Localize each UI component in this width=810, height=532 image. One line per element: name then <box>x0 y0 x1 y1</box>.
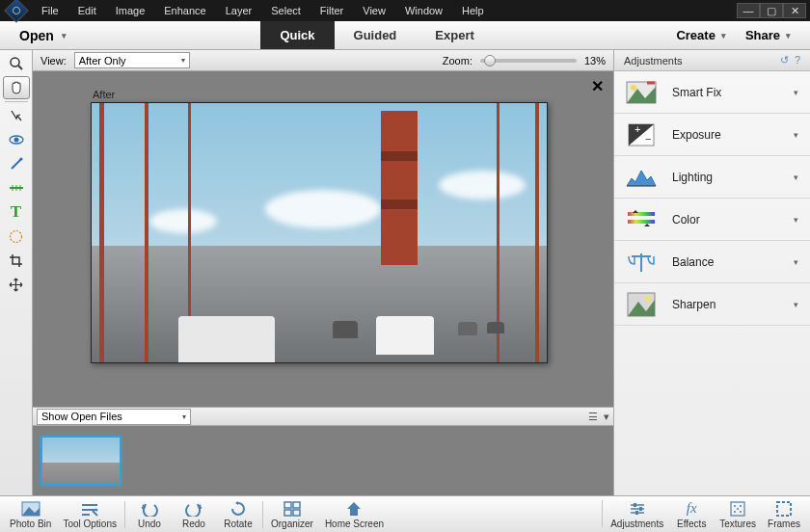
modebar: Open Quick Guided Expert Create Share <box>0 21 810 50</box>
bb-photobin[interactable]: Photo Bin <box>4 496 57 532</box>
svg-point-49 <box>737 508 739 510</box>
photobin-bar: Show Open Files ☰ ▾ <box>33 407 613 426</box>
bb-adjustments[interactable]: Adjustments <box>605 500 669 529</box>
photobin <box>33 426 613 495</box>
adjustments-panel: Adjustments ↺ ? Smart Fix +− Exposure Li… <box>613 50 810 495</box>
view-dropdown[interactable]: After Only <box>74 52 190 68</box>
svg-point-13 <box>631 85 636 91</box>
tool-column: T <box>0 50 33 495</box>
exposure-icon: +− <box>626 121 657 148</box>
svg-marker-34 <box>235 501 238 505</box>
bb-effects[interactable]: fxEffects <box>669 500 714 529</box>
menu-layer[interactable]: Layer <box>217 2 261 19</box>
svg-rect-43 <box>634 503 636 507</box>
photobin-options-icon[interactable]: ☰ <box>588 411 598 423</box>
move-tool[interactable] <box>3 273 30 296</box>
menu-enhance[interactable]: Enhance <box>155 2 214 19</box>
open-button[interactable]: Open <box>0 21 86 49</box>
bb-undo[interactable]: Undo <box>127 496 172 532</box>
svg-rect-38 <box>293 510 300 516</box>
menu-filter[interactable]: Filter <box>311 2 352 19</box>
svg-rect-45 <box>635 511 638 515</box>
zoom-tool[interactable] <box>3 52 30 75</box>
share-button[interactable]: Share <box>738 28 798 42</box>
adjustments-icon <box>629 500 646 518</box>
svg-rect-52 <box>777 502 791 516</box>
tab-expert[interactable]: Expert <box>416 21 493 49</box>
svg-rect-35 <box>284 502 291 508</box>
adj-balance[interactable]: Balance <box>614 241 810 283</box>
home-icon <box>345 500 363 518</box>
photobin-menu-icon[interactable]: ▾ <box>604 411 609 423</box>
hand-tool[interactable] <box>3 76 30 99</box>
straighten-tool[interactable] <box>3 176 30 200</box>
menu-edit[interactable]: Edit <box>69 2 105 19</box>
document-image[interactable] <box>91 102 548 363</box>
adj-sharpen[interactable]: Sharpen <box>614 283 810 326</box>
tab-guided[interactable]: Guided <box>335 21 417 49</box>
help-icon[interactable]: ? <box>795 54 800 66</box>
color-icon <box>626 206 657 233</box>
menu-view[interactable]: View <box>354 2 394 19</box>
window-controls: — ▢ ✕ <box>737 3 806 18</box>
svg-text:−: − <box>645 133 651 145</box>
menu-select[interactable]: Select <box>262 2 310 19</box>
menu-file[interactable]: File <box>33 2 68 19</box>
tab-quick[interactable]: Quick <box>260 21 334 49</box>
app-icon <box>4 0 28 23</box>
balance-icon <box>626 249 657 276</box>
bb-rotate[interactable]: Rotate <box>216 496 260 532</box>
titlebar: File Edit Image Enhance Layer Select Fil… <box>0 0 810 21</box>
effects-icon: fx <box>687 500 697 518</box>
whiten-teeth-tool[interactable] <box>3 152 30 175</box>
quick-select-tool[interactable] <box>3 104 30 127</box>
svg-point-50 <box>734 511 736 513</box>
create-button[interactable]: Create <box>668 28 733 42</box>
svg-marker-22 <box>633 210 638 213</box>
svg-point-48 <box>740 505 742 507</box>
zoom-slider[interactable] <box>480 59 577 63</box>
menu-window[interactable]: Window <box>396 2 451 19</box>
close-button[interactable]: ✕ <box>783 3 806 18</box>
bb-frames[interactable]: Frames <box>762 500 806 529</box>
maximize-button[interactable]: ▢ <box>760 3 783 18</box>
view-label: View: <box>40 55 67 66</box>
menubar: File Edit Image Enhance Layer Select Fil… <box>33 2 737 19</box>
svg-point-0 <box>11 58 19 66</box>
menu-image[interactable]: Image <box>107 2 154 19</box>
view-bar: View: After Only Zoom: 13% <box>33 50 613 71</box>
crop-tool[interactable] <box>3 249 30 272</box>
adj-color[interactable]: Color <box>614 199 810 241</box>
redeye-tool[interactable] <box>3 128 30 151</box>
svg-rect-44 <box>639 507 642 511</box>
adj-smartfix[interactable]: Smart Fix <box>614 71 810 114</box>
bb-redo[interactable]: Redo <box>172 496 216 532</box>
lighting-icon <box>626 164 657 191</box>
minimize-button[interactable]: — <box>737 3 760 18</box>
close-document-button[interactable]: ✕ <box>591 77 604 95</box>
bb-textures[interactable]: Textures <box>714 500 762 529</box>
reset-icon[interactable]: ↺ <box>780 54 789 66</box>
type-tool[interactable]: T <box>3 200 30 224</box>
adj-lighting[interactable]: Lighting <box>614 156 810 199</box>
svg-rect-37 <box>284 510 291 516</box>
bottom-bar: Photo Bin Tool Options Undo Redo Rotate … <box>0 495 810 532</box>
bb-tooloptions[interactable]: Tool Options <box>57 496 122 532</box>
rotate-icon <box>230 500 247 518</box>
bb-organizer[interactable]: Organizer <box>265 496 319 532</box>
photobin-dropdown[interactable]: Show Open Files <box>37 409 191 425</box>
adjustments-title: Adjustments <box>624 55 683 66</box>
menu-help[interactable]: Help <box>453 2 493 19</box>
bb-homescreen[interactable]: Home Screen <box>319 496 390 532</box>
svg-point-51 <box>740 511 742 513</box>
svg-point-47 <box>734 505 736 507</box>
photobin-thumbnail[interactable] <box>40 436 122 486</box>
svg-marker-23 <box>644 224 650 226</box>
spot-heal-tool[interactable] <box>3 225 30 248</box>
zoom-value: 13% <box>584 55 606 66</box>
adj-exposure[interactable]: +− Exposure <box>614 114 810 156</box>
svg-rect-21 <box>628 220 655 224</box>
textures-icon <box>730 500 745 518</box>
svg-line-4 <box>12 159 21 169</box>
canvas-area: ✕ After <box>33 71 613 407</box>
